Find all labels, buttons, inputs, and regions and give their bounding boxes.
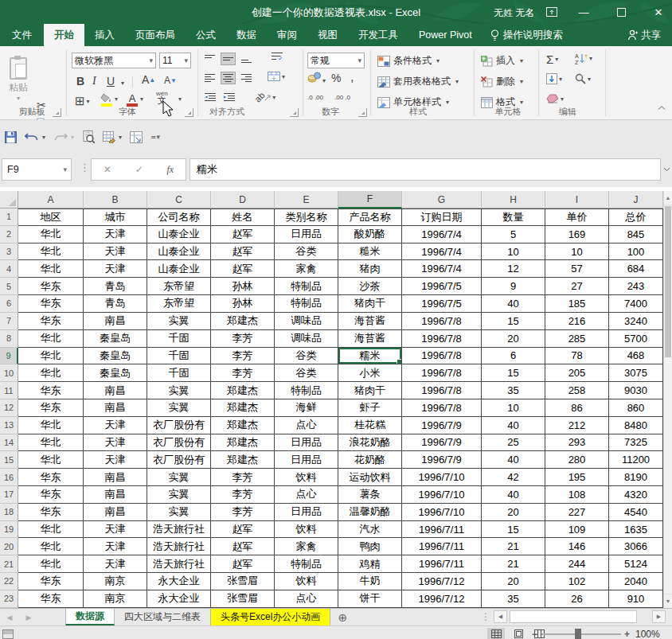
cell-G7[interactable]: 1996/7/8 — [402, 313, 482, 330]
cell-G14[interactable]: 1996/7/9 — [402, 434, 482, 452]
cell-F22[interactable]: 牛奶 — [338, 573, 402, 590]
cell-B18[interactable]: 南昌 — [84, 504, 147, 521]
cell-F15[interactable]: 花奶酪 — [338, 451, 402, 469]
print-preview-button[interactable] — [82, 131, 95, 143]
cell-G1[interactable]: 订购日期 — [402, 208, 482, 226]
new-sheet-button[interactable]: ⊕ — [330, 609, 354, 625]
borders-button[interactable]: ⊞▾ — [75, 94, 90, 108]
cell-G11[interactable]: 1996/7/8 — [402, 382, 482, 399]
cell-J17[interactable]: 4320 — [609, 486, 663, 504]
collapse-ribbon-button[interactable] — [658, 105, 666, 111]
align-middle-icon[interactable] — [221, 53, 236, 65]
sheet-nav-left-icon[interactable]: ◀ — [0, 609, 19, 625]
cell-H3[interactable]: 10 — [482, 244, 545, 261]
cell-B15[interactable]: 天津 — [84, 451, 147, 469]
cell-H17[interactable]: 40 — [482, 486, 545, 504]
cell-J3[interactable]: 100 — [609, 244, 663, 261]
tab-数据[interactable]: 数据 — [226, 24, 267, 46]
column-header-A[interactable]: A — [18, 191, 84, 208]
table-resize-button[interactable] — [130, 131, 143, 143]
cell-I6[interactable]: 185 — [545, 295, 609, 313]
cell-J8[interactable]: 5700 — [609, 330, 663, 348]
column-header-D[interactable]: D — [211, 191, 275, 208]
cell-C8[interactable]: 千固 — [147, 330, 211, 348]
cell-G19[interactable]: 1996/7/11 — [402, 521, 482, 539]
cell-A11[interactable]: 华东 — [18, 382, 84, 399]
table-format-button[interactable]: ▾ — [103, 131, 122, 143]
cell-D17[interactable]: 李芳 — [211, 486, 275, 504]
cell-D12[interactable]: 郑建杰 — [211, 399, 275, 417]
cell-D6[interactable]: 孙林 — [211, 295, 275, 313]
share-button[interactable]: 共享 — [616, 24, 672, 46]
cell-D4[interactable]: 赵军 — [211, 260, 275, 278]
cell-G12[interactable]: 1996/7/8 — [402, 399, 482, 417]
cell-I4[interactable]: 57 — [545, 260, 609, 278]
cell-G4[interactable]: 1996/7/4 — [402, 260, 482, 278]
cell-C6[interactable]: 东帝望 — [147, 295, 211, 313]
name-box[interactable]: F9▾ — [2, 158, 72, 181]
cell-I7[interactable]: 216 — [545, 313, 609, 330]
cell-E20[interactable]: 家禽 — [275, 538, 338, 555]
cell-J7[interactable]: 3240 — [609, 313, 663, 330]
cell-B11[interactable]: 南昌 — [84, 382, 147, 399]
cell-E7[interactable]: 调味品 — [275, 313, 338, 330]
cell-I15[interactable]: 280 — [545, 451, 609, 469]
row-header-11[interactable]: 11 — [0, 382, 18, 399]
cell-J4[interactable]: 684 — [609, 260, 663, 278]
cell-E14[interactable]: 日用品 — [275, 434, 338, 452]
number-format-combo[interactable]: 常规▾ — [307, 53, 365, 68]
tab-插入[interactable]: 插入 — [84, 24, 125, 46]
minimize-button[interactable]: — — [570, 0, 597, 24]
increase-decimal-button[interactable]: .0 .00 — [307, 94, 323, 101]
cell-A16[interactable]: 华东 — [18, 469, 84, 486]
cell-B2[interactable]: 天津 — [84, 226, 147, 244]
column-header-H[interactable]: H — [482, 191, 545, 208]
cell-D11[interactable]: 郑建杰 — [211, 382, 275, 399]
cell-G8[interactable]: 1996/7/8 — [402, 330, 482, 348]
cell-F8[interactable]: 海苔酱 — [338, 330, 402, 348]
cell-F5[interactable]: 沙茶 — [338, 278, 402, 295]
cell-H14[interactable]: 25 — [482, 434, 545, 452]
select-all-corner[interactable] — [0, 191, 18, 208]
cell-D10[interactable]: 李芳 — [211, 364, 275, 382]
page-layout-view-button[interactable] — [510, 628, 527, 639]
cell-H22[interactable]: 20 — [482, 573, 545, 590]
cell-E22[interactable]: 饮料 — [275, 573, 338, 590]
scroll-right-icon[interactable]: ▶ — [652, 610, 666, 623]
sort-filter-button[interactable]: AZ▾ — [575, 53, 592, 64]
row-header-10[interactable]: 10 — [0, 364, 18, 382]
cell-E23[interactable]: 点心 — [275, 590, 338, 608]
cell-E3[interactable]: 谷类 — [275, 244, 338, 261]
column-header-F[interactable]: F — [338, 191, 402, 208]
cell-F20[interactable]: 鸭肉 — [338, 538, 402, 555]
cell-C13[interactable]: 衣厂股份有 — [147, 417, 211, 434]
cell-J9[interactable]: 468 — [609, 348, 663, 365]
zoom-slider-handle[interactable] — [575, 629, 581, 639]
cell-F17[interactable]: 薯条 — [338, 486, 402, 504]
cell-H10[interactable]: 15 — [482, 364, 545, 382]
clipboard-dialog-launcher[interactable] — [53, 108, 61, 117]
cell-E6[interactable]: 特制品 — [275, 295, 338, 313]
sheet-tab-四大区域与二维表[interactable]: 四大区域与二维表 — [115, 609, 211, 625]
accounting-format-button[interactable]: ▾ — [307, 72, 326, 85]
insert-cells-button[interactable]: 插入▾ — [481, 54, 523, 68]
cell-G17[interactable]: 1996/7/10 — [402, 486, 482, 504]
cell-C14[interactable]: 衣厂股份有 — [147, 434, 211, 452]
cell-C22[interactable]: 永大企业 — [147, 573, 211, 590]
cell-A8[interactable]: 华北 — [18, 330, 84, 348]
cell-H4[interactable]: 12 — [482, 260, 545, 278]
row-header-6[interactable]: 6 — [0, 295, 18, 313]
cell-J1[interactable]: 总价 — [609, 208, 663, 226]
comma-style-button[interactable]: , — [350, 70, 354, 84]
cell-A2[interactable]: 华北 — [18, 226, 84, 244]
ribbon-display-options-icon[interactable] — [538, 0, 565, 24]
close-button[interactable]: ✕ — [645, 0, 672, 24]
shrink-font-button[interactable]: A▼ — [164, 75, 177, 86]
cell-B6[interactable]: 青岛 — [84, 295, 147, 313]
cell-F21[interactable]: 鸡精 — [338, 555, 402, 573]
cell-H1[interactable]: 数量 — [482, 208, 545, 226]
cell-C19[interactable]: 浩天旅行社 — [147, 521, 211, 539]
cell-A22[interactable]: 华东 — [18, 573, 84, 590]
tab-公式[interactable]: 公式 — [186, 24, 226, 46]
cell-H2[interactable]: 5 — [482, 226, 545, 244]
